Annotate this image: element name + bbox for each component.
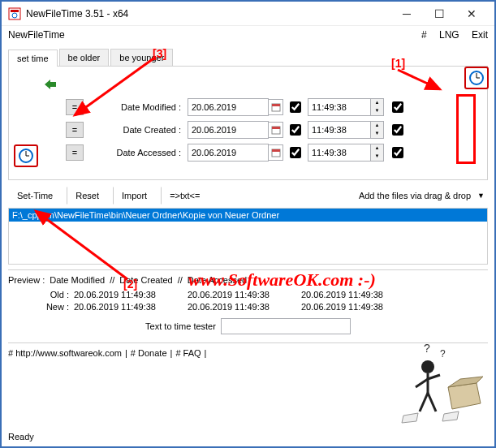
file-list-item-selected[interactable]: F:\_cpp_m\NewFileTime\bin\Neuer Ordner\K… bbox=[9, 209, 487, 222]
file-list[interactable]: F:\_cpp_m\NewFileTime\bin\Neuer Ordner\K… bbox=[8, 208, 488, 265]
drag-drop-label: Add the files via drag & drop bbox=[359, 191, 471, 200]
footer-links: # http://www.softwareok.com | # Donate |… bbox=[8, 348, 488, 358]
label-created: Date Created : bbox=[92, 125, 181, 135]
svg-line-26 bbox=[428, 393, 436, 411]
spinner-accessed[interactable]: ▲▼ bbox=[371, 144, 384, 162]
tabs: set time be older be younger bbox=[8, 49, 488, 67]
tab-be-younger[interactable]: be younger bbox=[110, 49, 173, 66]
tab-content: = Date Modified : 20.06.2019 11:49:38 ▲▼… bbox=[8, 67, 488, 180]
calendar-icon[interactable] bbox=[269, 144, 283, 161]
back-icon[interactable] bbox=[40, 76, 61, 93]
set-time-button[interactable]: Set-Time bbox=[8, 187, 62, 205]
preview-new-created: 20.06.2019 11:49:38 bbox=[188, 302, 301, 312]
checkbox-accessed-time[interactable] bbox=[392, 147, 403, 158]
spinner-modified[interactable]: ▲▼ bbox=[371, 98, 384, 116]
svg-rect-5 bbox=[272, 104, 280, 106]
clock-icon-left[interactable] bbox=[14, 144, 38, 167]
checkbox-modified-time[interactable] bbox=[392, 101, 403, 113]
preview-col-modified: Date Modified bbox=[50, 275, 105, 285]
eq-button-accessed[interactable]: = bbox=[66, 144, 84, 161]
drag-drop-menu[interactable]: ▼ bbox=[474, 190, 488, 201]
spinner-created[interactable]: ▲▼ bbox=[371, 121, 384, 139]
checkbox-created-date[interactable] bbox=[290, 124, 301, 136]
preview-new-label: New : bbox=[32, 302, 69, 312]
tab-be-older[interactable]: be older bbox=[59, 49, 110, 66]
footer-separator bbox=[8, 342, 488, 343]
titlebar: NewFileTime 3.51 - x64 ─ ☐ ✕ bbox=[2, 2, 494, 26]
preview-col-created: Date Created bbox=[119, 275, 172, 285]
menu-exit[interactable]: Exit bbox=[472, 29, 488, 41]
app-icon bbox=[8, 7, 21, 20]
reset-button[interactable]: Reset bbox=[67, 187, 108, 205]
status-bar: Ready bbox=[8, 429, 34, 445]
calendar-icon[interactable] bbox=[269, 99, 283, 115]
svg-line-24 bbox=[428, 375, 440, 379]
checkbox-accessed-date[interactable] bbox=[290, 147, 301, 158]
svg-point-21 bbox=[421, 360, 434, 373]
window-title: NewFileTime 3.51 - x64 bbox=[26, 8, 390, 19]
svg-rect-3 bbox=[50, 82, 56, 87]
footer-link-faq[interactable]: # FAQ bbox=[175, 348, 201, 358]
import-button[interactable]: Import bbox=[113, 187, 156, 205]
preview-label: Preview : bbox=[8, 275, 45, 285]
calendar-icon[interactable] bbox=[269, 122, 283, 138]
clock-icon-right[interactable] bbox=[464, 67, 489, 89]
eq-button-modified[interactable]: = bbox=[66, 99, 84, 115]
checkbox-modified-date[interactable] bbox=[290, 101, 301, 113]
preview-new-modified: 20.06.2019 11:49:38 bbox=[74, 302, 188, 312]
date-modified-input[interactable]: 20.06.2019 bbox=[188, 98, 269, 116]
label-modified: Date Modified : bbox=[92, 102, 181, 112]
footer-link-donate[interactable]: # Donate bbox=[131, 348, 167, 358]
menu-lng[interactable]: LNG bbox=[439, 29, 459, 41]
preview-old-label: Old : bbox=[32, 290, 69, 299]
footer-link-site[interactable]: # http://www.softwareok.com bbox=[8, 348, 122, 358]
preview-new-accessed: 20.06.2019 11:49:38 bbox=[301, 302, 415, 312]
tab-set-time[interactable]: set time bbox=[8, 50, 58, 67]
menu-hash[interactable]: # bbox=[421, 29, 427, 41]
preview-panel: Preview : Date Modified // Date Created … bbox=[8, 275, 488, 312]
checkbox-created-time[interactable] bbox=[392, 124, 403, 136]
toolbar: Set-Time Reset Import =>txt<= Add the fi… bbox=[8, 185, 488, 206]
minimize-button[interactable]: ─ bbox=[390, 2, 423, 25]
svg-rect-7 bbox=[272, 127, 280, 129]
preview-old-accessed: 20.06.2019 11:49:38 bbox=[301, 290, 415, 299]
preview-col-accessed: Date Accessed bbox=[188, 275, 247, 285]
menu-app[interactable]: NewFileTime bbox=[8, 29, 412, 41]
menubar: NewFileTime # LNG Exit bbox=[2, 26, 494, 44]
svg-line-23 bbox=[416, 379, 428, 387]
time-modified-input[interactable]: 11:49:38 bbox=[308, 98, 371, 116]
tester-row: Text to time tester bbox=[8, 318, 488, 334]
preview-old-created: 20.06.2019 11:49:38 bbox=[188, 290, 301, 299]
tester-input[interactable] bbox=[221, 318, 351, 334]
date-created-input[interactable]: 20.06.2019 bbox=[188, 121, 269, 139]
svg-line-25 bbox=[420, 393, 428, 411]
time-accessed-input[interactable]: 11:49:38 bbox=[308, 144, 371, 162]
label-accessed: Date Accessed : bbox=[92, 148, 181, 157]
annotation-box-1 bbox=[456, 94, 476, 164]
svg-rect-9 bbox=[272, 149, 280, 152]
svg-rect-1 bbox=[11, 10, 19, 12]
divider bbox=[8, 269, 488, 270]
txt-button[interactable]: =>txt<= bbox=[161, 187, 209, 205]
preview-old-modified: 20.06.2019 11:49:38 bbox=[74, 290, 188, 299]
date-accessed-input[interactable]: 20.06.2019 bbox=[188, 144, 269, 162]
close-button[interactable]: ✕ bbox=[455, 2, 488, 25]
eq-button-created[interactable]: = bbox=[66, 122, 84, 138]
tester-label: Text to time tester bbox=[145, 321, 216, 331]
maximize-button[interactable]: ☐ bbox=[423, 2, 455, 25]
time-created-input[interactable]: 11:49:38 bbox=[308, 121, 371, 139]
